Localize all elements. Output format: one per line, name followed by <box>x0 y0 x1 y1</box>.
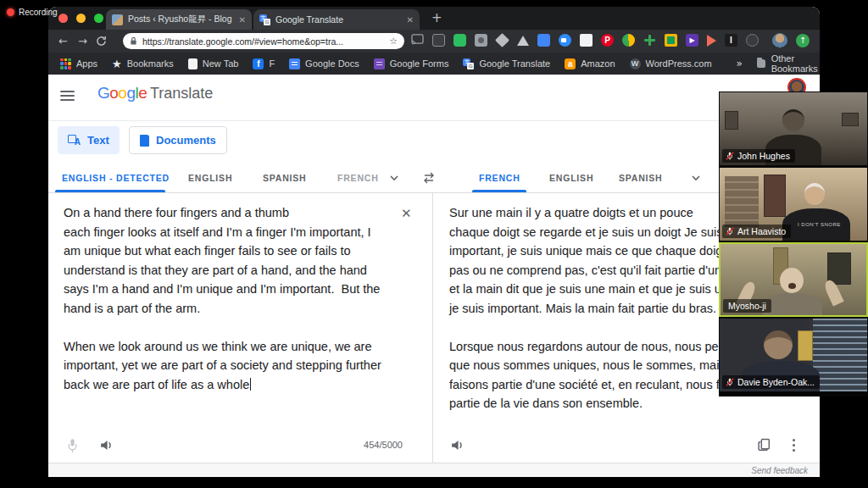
participant-video <box>782 109 804 131</box>
bookmark-new-tab[interactable]: New Tab <box>188 58 239 69</box>
address-bar[interactable]: https://translate.google.com/#view=home&… <box>123 33 404 49</box>
logo-letter: g <box>126 84 135 102</box>
extension-icon[interactable] <box>432 34 445 47</box>
bookmark-google-translate[interactable]: 文G Google Translate <box>463 58 550 69</box>
bookmark-wordpress[interactable]: W WordPress.com <box>630 58 712 69</box>
zoom-window-button[interactable] <box>94 14 103 23</box>
page-footer: Send feedback <box>48 463 820 477</box>
zoom-extension-icon[interactable] <box>559 34 571 47</box>
google-drive-icon[interactable] <box>517 36 529 46</box>
participant-tile-myosho-ji[interactable]: Myosho-ji <box>719 242 868 317</box>
source-lang-english[interactable]: ENGLISH <box>188 173 232 183</box>
star-icon: ★ <box>112 58 122 69</box>
video-player-icon[interactable]: ▶ <box>686 34 698 47</box>
bookmark-star-icon[interactable]: ☆ <box>389 36 398 47</box>
participant-tile-john-hughes[interactable]: John Hughes <box>719 92 868 166</box>
main-menu-icon[interactable] <box>60 91 75 101</box>
bookmark-label: Bookmarks <box>127 58 174 69</box>
bookmark-label: Google Docs <box>305 58 359 69</box>
header-divider <box>48 120 820 121</box>
bookmark-facebook[interactable]: f F <box>253 58 275 69</box>
bookmark-label: WordPress.com <box>646 58 712 69</box>
screenshot-tool-icon[interactable] <box>475 34 487 47</box>
new-tab-button[interactable]: + <box>431 10 442 25</box>
bookmark-apps[interactable]: Apps <box>60 58 97 69</box>
diamond-extension-icon[interactable] <box>495 33 509 47</box>
participant-video <box>804 183 825 205</box>
logo-letter: o <box>118 84 126 102</box>
source-lang-dropdown-icon[interactable] <box>389 175 399 181</box>
source-line: When we look around us we think we are u… <box>64 337 403 357</box>
source-lang-spanish[interactable]: SPANISH <box>263 173 307 183</box>
other-bookmarks[interactable]: Other Bookmarks <box>757 53 820 74</box>
copy-translation-icon[interactable] <box>757 438 771 452</box>
minimize-window-button[interactable] <box>76 14 86 23</box>
green-plus-icon[interactable] <box>643 34 656 47</box>
share-arrow-icon[interactable] <box>707 35 716 47</box>
target-lang-english[interactable]: ENGLISH <box>549 173 593 183</box>
url-text[interactable]: https://translate.google.com/#view=home&… <box>142 36 384 47</box>
more-options-icon[interactable] <box>793 439 795 454</box>
shirt-text: I DON'T SNORE <box>798 222 841 227</box>
close-tab-icon[interactable]: ✕ <box>239 15 246 25</box>
documents-mode-button[interactable]: Documents <box>129 126 227 154</box>
documents-mode-label: Documents <box>156 134 216 147</box>
source-lang-french[interactable]: FRENCH <box>337 173 379 183</box>
close-tab-icon[interactable]: ✕ <box>407 15 414 25</box>
text-mode-label: Text <box>87 134 109 147</box>
page-icon <box>188 58 198 69</box>
tab-google-translate[interactable]: 文G Google Translate ✕ <box>253 9 420 30</box>
clear-source-text-icon[interactable]: ✕ <box>401 206 412 221</box>
listen-translation-icon[interactable] <box>450 438 465 452</box>
browser-update-icon[interactable]: ↑ <box>796 34 810 47</box>
blog-favicon <box>112 14 123 25</box>
logo-letter: o <box>109 84 118 102</box>
send-feedback-link[interactable]: Send feedback <box>751 466 808 475</box>
microphone-icon[interactable] <box>66 438 79 453</box>
close-window-button[interactable] <box>58 14 68 23</box>
source-text-area[interactable]: On a hand there four fingers and a thumb… <box>64 203 403 394</box>
character-count: 454/5000 <box>350 440 403 450</box>
bookmark-bookmarks[interactable]: ★ Bookmarks <box>112 58 174 69</box>
participant-name: John Hughes <box>737 151 790 161</box>
swap-languages-icon[interactable] <box>421 172 437 184</box>
bookmarks-overflow-chevron[interactable]: » <box>737 58 743 69</box>
compass-extension-icon[interactable] <box>622 34 635 47</box>
lock-icon <box>130 36 137 46</box>
evernote-icon[interactable] <box>453 34 466 47</box>
tab-strip: Posts ‹ Ryusho龍昇 - Blog — W ✕ 文G Google … <box>48 7 820 30</box>
profile-avatar[interactable] <box>772 33 787 48</box>
notes-page-icon[interactable] <box>580 34 593 47</box>
source-line: On a hand there four fingers and a thumb <box>64 203 403 223</box>
listen-source-icon[interactable] <box>99 438 114 452</box>
blue-app-icon[interactable] <box>537 34 550 47</box>
bookmark-label: Amazon <box>581 58 615 69</box>
pinterest-icon[interactable]: P <box>601 34 614 47</box>
classroom-icon[interactable] <box>665 34 677 47</box>
cast-icon[interactable] <box>411 34 424 47</box>
target-lang-spanish[interactable]: SPANISH <box>619 173 663 183</box>
n-circle-icon[interactable] <box>746 34 759 47</box>
bookmark-google-docs[interactable]: Google Docs <box>289 58 359 69</box>
back-icon[interactable]: ← <box>58 35 68 47</box>
facebook-icon: f <box>253 58 264 69</box>
google-logo[interactable]: Google <box>97 84 147 103</box>
target-lang-dropdown-icon[interactable] <box>691 175 701 181</box>
logo-letter: G <box>97 84 109 102</box>
source-lang-detected[interactable]: ENGLISH - DETECTED <box>62 173 170 183</box>
target-active-underline <box>472 190 526 192</box>
participant-name-tag: Davie Byden-Oak... <box>722 375 820 389</box>
participant-tile-davie-byden-oak[interactable]: Davie Byden-Oak... <box>719 318 868 392</box>
tab-blog[interactable]: Posts ‹ Ryusho龍昇 - Blog — W ✕ <box>106 9 252 30</box>
wordpress-icon: W <box>630 58 641 69</box>
participant-tile-art-haavisto[interactable]: I DON'T SNORE Art Haavisto <box>719 167 868 241</box>
bookmark-google-forms[interactable]: Google Forms <box>374 58 449 69</box>
reload-icon[interactable] <box>96 36 107 47</box>
forward-icon[interactable]: → <box>78 35 87 47</box>
text-mode-button[interactable]: Text <box>58 126 120 154</box>
bookmark-amazon[interactable]: a Amazon <box>565 58 615 69</box>
capital-i-icon[interactable]: I <box>725 34 737 47</box>
muted-mic-icon <box>726 151 734 161</box>
target-lang-french[interactable]: FRENCH <box>479 173 520 183</box>
bookmarks-bar: Apps ★ Bookmarks New Tab f F Google Docs… <box>48 53 820 75</box>
